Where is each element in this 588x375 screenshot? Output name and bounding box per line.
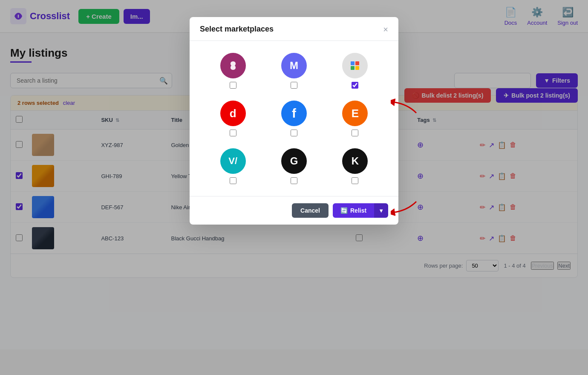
modal-footer: Cancel 🔄 Relist ▼ (190, 196, 398, 225)
depop-checkbox[interactable] (230, 130, 236, 136)
marketplace-item-etsy: E (342, 101, 368, 136)
marketplace-item-kidizen: K (342, 148, 368, 184)
vinted-checkbox[interactable] (230, 177, 236, 184)
google-logo (342, 53, 368, 78)
relist-label: Relist (350, 207, 366, 214)
modal-title: Select marketplaces (200, 25, 274, 34)
marketplace-item-facebook: f (281, 101, 307, 136)
svg-rect-4 (351, 66, 355, 70)
cancel-button[interactable]: Cancel (292, 203, 329, 218)
kidizen-checkbox[interactable] (352, 177, 358, 184)
marketplace-item-vinted: V/ (220, 148, 246, 184)
marketplace-grid: M (210, 53, 378, 184)
marketplace-item-poshmark (220, 53, 246, 89)
select-marketplaces-modal: Select marketplaces × M (190, 17, 398, 225)
relist-dropdown-arrow[interactable]: ▼ (374, 203, 388, 218)
modal-overlay[interactable]: Select marketplaces × M (0, 0, 588, 375)
depop-logo: d (220, 101, 246, 126)
relist-button-group: 🔄 Relist ▼ (333, 203, 388, 218)
google-checkbox[interactable] (352, 82, 358, 89)
svg-rect-5 (355, 66, 359, 70)
etsy-logo: E (342, 101, 368, 126)
marketplace-item-depop: d (220, 101, 246, 136)
relist-button[interactable]: 🔄 Relist (333, 203, 374, 218)
kidizen-logo: K (342, 148, 368, 174)
modal-header: Select marketplaces × (190, 17, 398, 41)
svg-rect-3 (355, 61, 359, 65)
relist-icon: 🔄 (340, 207, 348, 214)
vinted-logo: V/ (220, 148, 246, 174)
mercari-checkbox[interactable] (291, 82, 297, 89)
svg-rect-1 (348, 58, 362, 73)
marketplace-item-google (342, 53, 368, 89)
marketplace-item-mercari: M (281, 53, 307, 89)
modal-close-button[interactable]: × (383, 25, 388, 34)
modal-body: M (190, 41, 398, 196)
facebook-checkbox[interactable] (291, 130, 297, 136)
grailed-checkbox[interactable] (291, 177, 297, 184)
grailed-logo: G (281, 148, 307, 174)
mercari-logo: M (281, 53, 307, 78)
svg-rect-2 (351, 61, 355, 65)
poshmark-logo (220, 53, 246, 78)
poshmark-checkbox[interactable] (230, 82, 236, 89)
etsy-checkbox[interactable] (352, 130, 358, 136)
facebook-logo: f (281, 101, 307, 126)
marketplace-item-grailed: G (281, 148, 307, 184)
